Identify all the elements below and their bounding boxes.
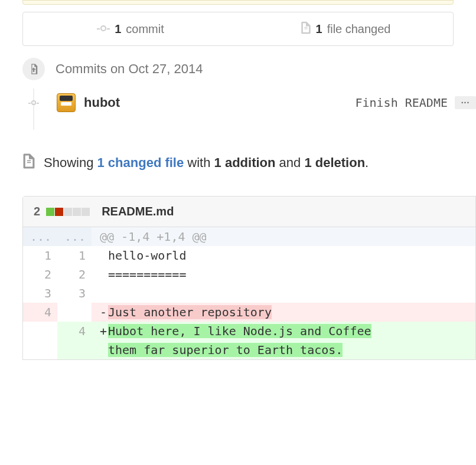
code-cell[interactable] <box>92 284 475 303</box>
line-number-new[interactable]: 2 <box>57 265 92 284</box>
diff-line-deletion: 4-Just another repository <box>23 303 475 322</box>
notice-banner-edge <box>22 0 454 5</box>
code-cell[interactable]: +Hubot here, I like Node.js and Coffee <box>92 322 475 340</box>
line-number-new[interactable]: 3 <box>57 284 92 303</box>
avatar[interactable] <box>57 93 76 112</box>
commits-count: 1 <box>115 22 121 36</box>
line-number-new[interactable] <box>57 340 92 359</box>
repo-push-icon <box>22 58 45 80</box>
line-number-old[interactable]: ... <box>23 227 57 246</box>
files-count: 1 <box>316 22 322 36</box>
line-number-new[interactable]: ... <box>57 227 92 246</box>
line-number-old[interactable]: 3 <box>23 284 57 303</box>
line-number-old[interactable]: 1 <box>23 246 57 265</box>
diff-table: ... ... @@ -1,4 +1,4 @@ 11 hello-world22… <box>23 227 475 359</box>
commit-row: hubot Finish README ··· <box>22 93 476 112</box>
commits-label: commit <box>126 22 164 36</box>
diff-line-addition: 4+Hubot here, I like Node.js and Coffee <box>23 322 475 340</box>
files-label: file changed <box>327 22 391 36</box>
line-number-old[interactable]: 2 <box>23 265 57 284</box>
diff-summary-line: Showing 1 changed file with 1 addition a… <box>22 153 476 172</box>
commit-author-link[interactable]: hubot <box>84 95 355 110</box>
code-cell[interactable]: hello-world <box>92 246 475 265</box>
showing-and: and <box>275 155 304 170</box>
code-cell[interactable]: them far superior to Earth tacos. <box>92 340 475 359</box>
diff-line-context: 33 <box>23 284 475 303</box>
changed-file-link[interactable]: 1 changed file <box>97 155 184 170</box>
additions-count: 1 addition <box>214 155 276 170</box>
diff-change-count: 2 <box>34 205 40 218</box>
line-number-old[interactable] <box>23 322 57 340</box>
showing-prefix: Showing <box>44 155 97 170</box>
file-diff-icon <box>22 153 35 172</box>
commit-expand-button[interactable]: ··· <box>455 96 476 109</box>
line-number-old[interactable]: 4 <box>23 303 57 322</box>
commit-node-icon <box>28 97 39 108</box>
commits-date-label: Commits on Oct 27, 2014 <box>56 61 203 77</box>
diffstat-blocks[interactable] <box>46 208 90 216</box>
showing-text: Showing 1 changed file with 1 addition a… <box>44 155 369 171</box>
commit-icon <box>97 22 110 36</box>
deletions-count: 1 deletion <box>304 155 365 170</box>
line-number-new[interactable]: 4 <box>57 322 92 340</box>
diff-filename[interactable]: README.md <box>102 205 174 218</box>
diff-file-box: 2 README.md ... ... @@ -1,4 +1,4 @@ 11 h… <box>22 196 476 360</box>
diff-file-header: 2 README.md <box>23 197 475 227</box>
commits-count-tab[interactable]: 1 commit <box>23 12 238 45</box>
commits-timeline: Commits on Oct 27, 2014 hubot Finish REA… <box>22 58 476 112</box>
stats-bar: 1 commit 1 file changed <box>22 12 454 46</box>
commit-message-link[interactable]: Finish README <box>355 96 448 110</box>
showing-period: . <box>365 155 369 170</box>
line-number-old[interactable] <box>23 340 57 359</box>
code-cell[interactable]: =========== <box>92 265 475 284</box>
diff-line-context: 11 hello-world <box>23 246 475 265</box>
files-changed-tab[interactable]: 1 file changed <box>238 12 453 45</box>
diff-line-addition: them far superior to Earth tacos. <box>23 340 475 359</box>
diff-line-context: 22 =========== <box>23 265 475 284</box>
hunk-header-row: ... ... @@ -1,4 +1,4 @@ <box>23 227 475 246</box>
line-number-new[interactable] <box>57 303 92 322</box>
line-number-new[interactable]: 1 <box>57 246 92 265</box>
code-cell[interactable]: -Just another repository <box>92 303 475 322</box>
file-diff-icon <box>301 21 311 37</box>
showing-mid: with <box>184 155 214 170</box>
commits-date-header: Commits on Oct 27, 2014 <box>22 58 476 80</box>
hunk-header: @@ -1,4 +1,4 @@ <box>92 227 475 246</box>
timeline-line <box>33 89 34 130</box>
